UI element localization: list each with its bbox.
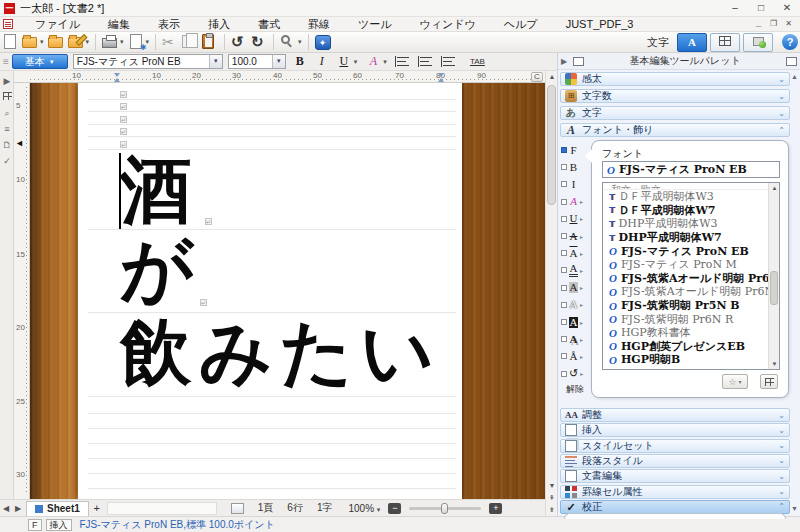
overline-attribute-button[interactable]: A▸ — [561, 245, 588, 261]
minimize-button[interactable]: – — [722, 0, 748, 16]
zoom-button[interactable]: ▾ — [278, 33, 304, 52]
font-list-item[interactable]: OFJS-筑紫明朝 Pr6N R — [603, 312, 768, 326]
font-name-combo[interactable]: FJS-マティス ProN EB ▾ — [73, 54, 223, 69]
undo-button[interactable]: ↺ — [229, 33, 249, 52]
checkbox[interactable] — [561, 302, 567, 308]
menu-罫線[interactable]: 罫線 — [294, 17, 344, 32]
palette-section-罫線セル属性[interactable]: 罫線セル属性⌄ — [560, 485, 790, 499]
invert-attribute-button[interactable]: A▸ — [561, 314, 588, 330]
font-list-item[interactable]: OHGP創英プレゼンスEB — [603, 340, 768, 354]
font-list-item[interactable]: TDHP平成明朝体W7 — [603, 231, 768, 245]
align-center-button[interactable] — [418, 56, 433, 67]
palette-section-文書編集[interactable]: 文書編集⌄ — [560, 469, 790, 483]
check-icon[interactable]: ✓ — [1, 155, 13, 167]
font-current-input[interactable]: O FJS-マティス ProN EB — [602, 161, 780, 178]
checkbox[interactable] — [561, 371, 567, 377]
tab-button[interactable]: TAB — [470, 57, 485, 66]
add-sheet-button[interactable]: + — [89, 502, 105, 514]
char-mode-button[interactable]: A — [677, 33, 707, 52]
favorite-font-button[interactable]: ☆▾ — [722, 374, 748, 389]
marker-dropdown[interactable]: ▾ — [383, 58, 387, 66]
clear-attributes-button[interactable]: 解除 — [562, 383, 588, 396]
left-margin-marker[interactable] — [114, 73, 121, 82]
bold-button[interactable]: B — [292, 54, 308, 69]
sheet-next-arrow[interactable]: ▶ — [12, 504, 24, 513]
font-list-item[interactable]: TDHP平成明朝体W3 — [603, 217, 768, 231]
palette-section-フォント・飾り[interactable]: Aフォント・飾り⌃ — [560, 123, 790, 137]
italic-button[interactable]: I — [314, 54, 330, 69]
just-tools-button[interactable]: ✦ — [313, 33, 333, 52]
mdi-close-button[interactable]: ✕ — [781, 18, 796, 30]
view-mode-icon[interactable] — [231, 503, 244, 514]
palette-section-挿入[interactable]: 挿入⌄ — [560, 423, 790, 437]
scroll-up-arrow[interactable]: ▲ — [769, 183, 780, 193]
chevron-up-icon[interactable]: ⌃ — [778, 502, 785, 511]
underline-attribute-button[interactable]: U▸ — [561, 211, 588, 227]
checkbox[interactable] — [561, 164, 567, 170]
font-list-item[interactable]: OFJS-筑紫Aオールド明朝 Pr6N R — [603, 285, 768, 299]
list-icon[interactable]: ≡ — [1, 123, 13, 135]
palette-section-段落スタイル[interactable]: 段落スタイル⌄ — [560, 454, 790, 468]
checkbox[interactable] — [561, 319, 567, 325]
print-settings-button[interactable]: ▾ — [126, 33, 152, 52]
underline-button[interactable]: U — [336, 54, 352, 69]
chevron-up-icon[interactable]: ⌃ — [778, 126, 785, 135]
zoom-level-dropdown[interactable]: 100% ▾ — [348, 503, 380, 514]
palette-display-icon[interactable] — [786, 57, 797, 66]
menu-ツール[interactable]: ツール — [344, 17, 406, 32]
copy-button[interactable] — [180, 33, 200, 52]
menu-書式[interactable]: 書式 — [244, 17, 294, 32]
font-list-item[interactable]: OFJS-筑紫Aオールド明朝 Pr6N B — [603, 272, 768, 286]
double-underline-attribute-button[interactable]: A▸ — [561, 262, 588, 278]
flyout-arrow-icon[interactable]: ▸ — [580, 233, 583, 240]
help-button[interactable]: ? — [782, 34, 798, 50]
flyout-arrow-icon[interactable]: ▸ — [580, 267, 583, 274]
open-button[interactable]: ▾ — [20, 33, 46, 52]
checkbox[interactable] — [561, 199, 567, 205]
maximize-button[interactable]: □ — [748, 0, 774, 16]
palette-grid-icon[interactable] — [1, 91, 13, 103]
underline-dropdown[interactable]: ▾ — [354, 58, 358, 66]
dot-emphasis-attribute-button[interactable]: Å▸ — [561, 348, 588, 364]
font-size-combo[interactable]: 100.0 ▾ — [228, 54, 286, 69]
flyout-arrow-icon[interactable]: ▸ — [580, 319, 583, 326]
horizontal-ruler[interactable]: 10102030405060708090 C — [14, 71, 545, 83]
search-icon[interactable]: ⌕ — [1, 107, 13, 119]
marker-button[interactable]: A — [365, 54, 381, 69]
menu-ファイル[interactable]: ファイル — [21, 17, 94, 32]
font-list-item[interactable]: TＤＦ平成明朝体W7 — [603, 204, 768, 218]
shadow-attribute-button[interactable]: A▸ — [561, 331, 588, 347]
checkbox[interactable] — [561, 285, 567, 291]
flyout-arrow-icon[interactable]: ▸ — [580, 284, 583, 291]
save-as-button[interactable]: ▾ — [66, 33, 92, 52]
font-list-item[interactable]: OHGP教科書体 — [603, 326, 768, 340]
checkbox[interactable] — [561, 216, 567, 222]
scrollbar-thumb[interactable] — [547, 85, 556, 205]
bold-attribute-button[interactable]: B — [561, 159, 588, 175]
palette-section-校正[interactable]: ✓校正⌃ — [560, 500, 790, 514]
flyout-arrow-icon[interactable]: ▸ — [580, 353, 583, 360]
checkbox[interactable] — [561, 250, 567, 256]
font-list-item[interactable]: OHGP明朝B — [603, 353, 768, 367]
align-right-button[interactable] — [441, 56, 456, 67]
menu-挿入[interactable]: 挿入 — [194, 17, 244, 32]
chevron-down-icon[interactable]: ⌄ — [778, 109, 785, 118]
redo-button[interactable]: ↻ — [249, 33, 269, 52]
font-attribute-button[interactable]: F — [561, 142, 588, 158]
palette-scroll-up[interactable]: ▲ — [790, 73, 799, 80]
palette-section-感太[interactable]: 感太⌄ — [560, 72, 790, 86]
menu-表示[interactable]: 表示 — [144, 17, 194, 32]
font-list-item[interactable]: OFJS-マティス ProN EB — [603, 244, 768, 258]
flyout-arrow-icon[interactable]: ▸ — [580, 336, 583, 343]
palette-section-スタイルセット[interactable]: スタイルセット⌄ — [560, 439, 790, 453]
ruler-collapse-button[interactable]: C — [531, 72, 543, 82]
menu-編集[interactable]: 編集 — [94, 17, 144, 32]
table-mode-button[interactable] — [710, 33, 740, 52]
chevron-down-icon[interactable]: ⌄ — [778, 92, 785, 101]
sheet-tab[interactable]: Sheet1 — [26, 501, 89, 516]
checkbox[interactable] — [561, 181, 567, 187]
page-icon[interactable]: 🗋 — [1, 139, 13, 151]
font-list-item[interactable]: OFJS-マティス ProN M — [603, 258, 768, 272]
font-list[interactable]: 和文・欧文TＤＦ平成明朝体W3TＤＦ平成明朝体W7TDHP平成明朝体W3TDHP… — [602, 182, 780, 370]
font-list-item[interactable]: OFJS-筑紫明朝 Pr5N B — [603, 299, 768, 313]
